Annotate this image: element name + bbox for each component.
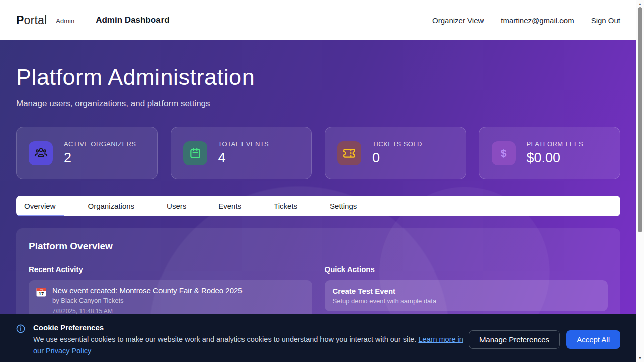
- admin-dashboard-page: Portal Admin Admin Dashboard Organizer V…: [0, 0, 644, 362]
- organizer-view-link[interactable]: Organizer View: [432, 16, 484, 25]
- people-group-icon: [29, 141, 53, 165]
- cookie-banner-title: Cookie Preferences: [33, 323, 469, 332]
- quick-action-description: Setup demo event with sample data: [333, 297, 600, 305]
- ticket-icon: [337, 141, 361, 165]
- page-scrollbar[interactable]: ▲ ▼: [636, 0, 644, 362]
- manage-preferences-button[interactable]: Manage Preferences: [469, 330, 560, 349]
- quick-actions-heading: Quick Actions: [325, 265, 608, 274]
- cookie-banner-body: We use essential cookies to make our web…: [33, 334, 469, 357]
- tab-overview[interactable]: Overview: [16, 196, 64, 216]
- page-title: Admin Dashboard: [96, 15, 169, 25]
- logo-rest: ortal: [24, 14, 47, 27]
- svg-text:17: 17: [39, 291, 44, 296]
- hero-section: Platform Administration Manage users, or…: [0, 40, 636, 109]
- top-navbar: Portal Admin Admin Dashboard Organizer V…: [0, 0, 636, 40]
- portal-logo[interactable]: Portal: [16, 14, 47, 27]
- stat-card-platform-fees: $ PLATFORM FEES $0.00: [479, 127, 621, 179]
- activity-title: New event created: Montrose County Fair …: [52, 286, 243, 295]
- sign-out-button[interactable]: Sign Out: [591, 16, 620, 25]
- quick-actions-column: Quick Actions Create Test Event Setup de…: [325, 265, 608, 321]
- stat-value: 2: [64, 150, 136, 166]
- stat-label: PLATFORM FEES: [527, 140, 584, 148]
- stat-card-total-events: TOTAL EVENTS 4: [171, 127, 312, 179]
- overview-title: Platform Overview: [29, 241, 608, 252]
- stat-label: TICKETS SOLD: [372, 140, 422, 148]
- stat-value: 0: [372, 150, 422, 166]
- scrollbar-up-arrow[interactable]: ▲: [636, 2, 644, 6]
- stat-value: 4: [218, 150, 269, 166]
- tab-tickets[interactable]: Tickets: [266, 196, 305, 216]
- tab-bar: Overview Organizations Users Events Tick…: [16, 196, 620, 216]
- tab-users[interactable]: Users: [158, 196, 194, 216]
- scrollbar-thumb[interactable]: [638, 7, 642, 232]
- stat-label: ACTIVE ORGANIZERS: [64, 140, 136, 148]
- stat-card-tickets-sold: TICKETS SOLD 0: [325, 127, 466, 179]
- info-icon: [16, 324, 25, 335]
- calendar-emoji-icon: July 17: [36, 286, 47, 299]
- scrollbar-down-arrow[interactable]: ▼: [636, 356, 644, 360]
- tab-settings[interactable]: Settings: [321, 196, 365, 216]
- cookie-body-text: We use essential cookies to make our web…: [33, 335, 416, 343]
- recent-activity-column: Recent Activity July 17: [29, 265, 312, 321]
- tab-events[interactable]: Events: [210, 196, 250, 216]
- admin-badge: Admin: [56, 17, 74, 25]
- tab-organizations[interactable]: Organizations: [80, 196, 143, 216]
- hero-title: Platform Administration: [16, 64, 620, 90]
- quick-action-title: Create Test Event: [333, 287, 600, 295]
- logo-p: P: [16, 14, 24, 27]
- activity-byline: by Black Canyon Tickets: [52, 297, 243, 304]
- cookie-banner: Cookie Preferences We use essential cook…: [0, 314, 636, 362]
- main-content: Platform Administration Manage users, or…: [0, 40, 636, 362]
- stats-row: ACTIVE ORGANIZERS 2 TOTAL EVENTS 4: [0, 127, 636, 179]
- dollar-icon: $: [492, 141, 516, 165]
- user-email: tmartinez@gmail.com: [501, 16, 574, 25]
- recent-activity-heading: Recent Activity: [29, 265, 312, 274]
- stat-card-active-organizers: ACTIVE ORGANIZERS 2: [16, 127, 158, 179]
- create-test-event-button[interactable]: Create Test Event Setup demo event with …: [325, 280, 608, 311]
- hero-subtitle: Manage users, organizations, and platfor…: [16, 99, 620, 109]
- stat-label: TOTAL EVENTS: [218, 140, 269, 148]
- activity-timestamp: 7/8/2025, 11:48:15 AM: [52, 308, 243, 315]
- calendar-icon: [183, 141, 207, 165]
- stat-value: $0.00: [527, 150, 584, 166]
- accept-all-button[interactable]: Accept All: [566, 330, 620, 349]
